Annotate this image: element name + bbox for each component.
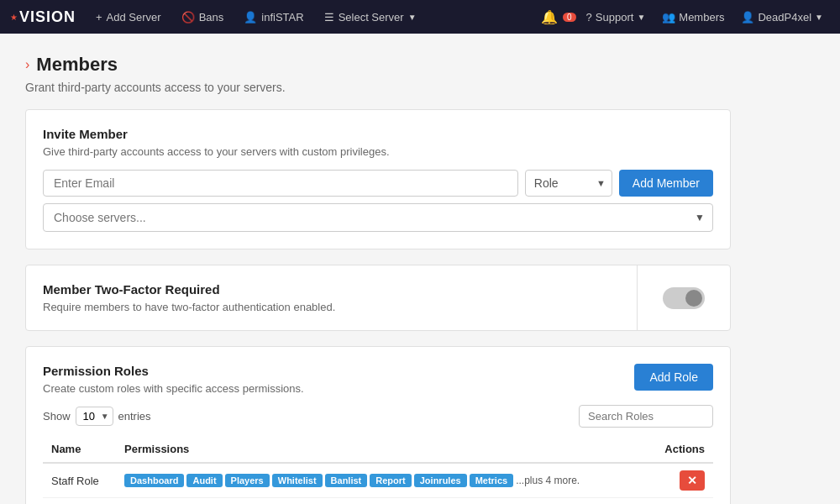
page-title: Members xyxy=(36,54,118,76)
two-factor-toggle[interactable] xyxy=(663,287,705,309)
col-permissions: Permissions xyxy=(116,436,649,463)
plus-icon: + xyxy=(96,11,102,24)
invite-member-desc: Give third-party accounts access to your… xyxy=(43,145,713,158)
add-server-nav[interactable]: + Add Server xyxy=(87,0,170,34)
user-nav[interactable]: 👤 DeadP4xel ▼ xyxy=(734,11,830,24)
col-name: Name xyxy=(43,436,116,463)
two-factor-title: Member Two-Factor Required xyxy=(43,282,620,297)
chevron-down-icon: ▼ xyxy=(408,13,417,22)
user-icon: 👤 xyxy=(741,11,754,24)
members-label: Members xyxy=(679,11,724,24)
question-icon: ? xyxy=(586,11,592,24)
role-permissions: DashboardAuditPlayersWhitelistBanlistRep… xyxy=(116,463,649,498)
show-entries-row: Show 10 25 50 ▼ entries xyxy=(43,407,151,426)
permission-tag: Audit xyxy=(186,474,222,487)
permission-tag: Banlist xyxy=(325,474,368,487)
add-server-label: Add Server xyxy=(107,11,161,24)
add-role-button[interactable]: Add Role xyxy=(634,364,713,391)
roles-tbody: Staff RoleDashboardAuditPlayersWhitelist… xyxy=(43,463,713,504)
permission-tag: Whitelist xyxy=(272,474,323,487)
top-nav: ★ VISION + Add Server 🚫 Bans 👤 infiSTAR … xyxy=(0,0,840,34)
roles-table: Name Permissions Actions Staff RoleDashb… xyxy=(43,436,713,504)
role-name: Staff Role xyxy=(43,463,116,498)
perm-header-left: Permission Roles Create custom roles wit… xyxy=(43,364,304,395)
table-header: Name Permissions Actions xyxy=(43,436,713,463)
role-permissions: PlayersWhitelistCloudbans xyxy=(116,498,649,505)
entries-select[interactable]: 10 25 50 xyxy=(76,407,113,426)
toggle-knob xyxy=(685,290,702,307)
permission-tag: Players xyxy=(225,474,270,487)
add-member-button[interactable]: Add Member xyxy=(619,170,713,197)
members-icon: 👥 xyxy=(662,11,675,24)
bans-icon: 🚫 xyxy=(181,11,195,24)
support-nav[interactable]: ? Support ▼ xyxy=(580,11,653,24)
support-label: Support xyxy=(596,11,634,24)
infistar-icon: 👤 xyxy=(244,11,257,24)
permission-tag: Dashboard xyxy=(124,474,184,487)
bans-label: Bans xyxy=(199,11,224,24)
username-label: DeadP4xel xyxy=(758,11,811,24)
table-row: SupporterPlayersWhitelistCloudbans✕ xyxy=(43,498,713,505)
servers-select-row: ▼ xyxy=(43,203,713,232)
delete-role-button[interactable]: ✕ xyxy=(680,470,705,491)
support-chevron-icon: ▼ xyxy=(637,13,645,22)
role-actions: ✕ xyxy=(649,463,713,498)
permission-tag: Metrics xyxy=(470,474,514,487)
bell-icon[interactable]: 🔔 xyxy=(541,9,558,25)
email-field[interactable] xyxy=(43,170,518,197)
servers-input[interactable] xyxy=(43,203,713,232)
search-roles-input[interactable] xyxy=(579,405,713,428)
role-wrapper: Role Admin Moderator ▼ xyxy=(525,170,612,197)
page-subtitle: Grant third-party accounts access to you… xyxy=(25,81,731,94)
entries-label: entries xyxy=(118,410,151,423)
logo-text: VISION xyxy=(19,8,76,26)
role-select[interactable]: Role Admin Moderator xyxy=(525,170,612,197)
invite-member-title: Invite Member xyxy=(43,127,713,141)
page-title-row: › Members xyxy=(25,54,731,76)
role-name: Supporter xyxy=(43,498,116,505)
table-row: Staff RoleDashboardAuditPlayersWhitelist… xyxy=(43,463,713,498)
infistar-label: infiSTAR xyxy=(261,11,303,24)
bans-nav[interactable]: 🚫 Bans xyxy=(173,0,233,34)
two-factor-desc: Require members to have two-factor authe… xyxy=(43,301,620,313)
members-nav[interactable]: 👥 Members xyxy=(655,11,731,24)
permission-roles-title: Permission Roles xyxy=(43,364,304,378)
select-server-nav[interactable]: ☰ Select Server ▼ xyxy=(316,0,425,34)
permission-tag: Report xyxy=(370,474,411,487)
logo-star: ★ xyxy=(10,13,18,22)
permission-roles-desc: Create custom roles with specific access… xyxy=(43,382,304,395)
table-controls: Show 10 25 50 ▼ entries xyxy=(43,405,713,428)
two-factor-right xyxy=(638,265,730,330)
two-factor-card: Member Two-Factor Required Require membe… xyxy=(25,265,731,331)
main-content: › Members Grant third-party accounts acc… xyxy=(0,34,756,504)
menu-icon: ☰ xyxy=(324,11,334,24)
logo: ★ VISION xyxy=(10,8,76,26)
infistar-nav[interactable]: 👤 infiSTAR xyxy=(235,0,312,34)
nav-right: 🔔 0 ? Support ▼ 👥 Members 👤 DeadP4xel ▼ xyxy=(541,9,830,25)
permission-roles-card: Permission Roles Create custom roles wit… xyxy=(25,346,731,504)
user-chevron-icon: ▼ xyxy=(815,13,823,22)
col-actions: Actions xyxy=(649,436,713,463)
breadcrumb-chevron-icon: › xyxy=(25,57,29,72)
role-actions: ✕ xyxy=(649,498,713,505)
permission-tag: Joinrules xyxy=(414,474,467,487)
notification-badge: 0 xyxy=(563,13,576,22)
two-factor-left: Member Two-Factor Required Require membe… xyxy=(26,265,638,330)
invite-member-card: Invite Member Give third-party accounts … xyxy=(25,109,731,249)
show-label: Show xyxy=(43,410,71,423)
perm-header-row: Permission Roles Create custom roles wit… xyxy=(43,364,713,395)
select-server-label: Select Server xyxy=(339,11,404,24)
invite-row: Role Admin Moderator ▼ Add Member xyxy=(43,170,713,197)
plus-more-label: ...plus 4 more. xyxy=(516,475,580,486)
